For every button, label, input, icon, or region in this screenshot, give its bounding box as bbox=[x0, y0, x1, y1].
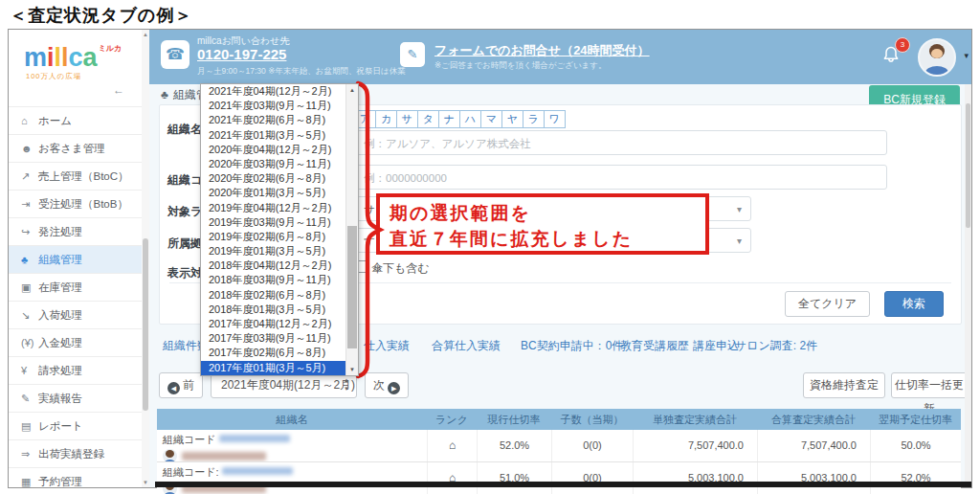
col-rank: ランク bbox=[427, 409, 477, 430]
spinner-icon: ▲▼ bbox=[344, 376, 349, 393]
scrollbar-thumb[interactable] bbox=[966, 103, 970, 228]
combined-total-cell: 7,507,400.0 bbox=[757, 430, 870, 461]
kana-button-wa[interactable]: ワ bbox=[545, 110, 566, 128]
kana-button-ta[interactable]: タ bbox=[418, 110, 439, 128]
tab-salon-survey[interactable]: サロン調査: 2件 bbox=[735, 338, 817, 354]
dropdown-scrollbar[interactable]: ▲ ▼ bbox=[345, 84, 358, 375]
tab-combined-purchase-results[interactable]: 合算仕入実績 bbox=[432, 338, 501, 354]
col-combined-total: 合算査定実績合計 bbox=[757, 409, 870, 430]
sidebar-item-label: レポート bbox=[38, 420, 83, 432]
sidebar-item-purchase-orders[interactable]: ↪発注処理 bbox=[9, 217, 149, 245]
scroll-down-icon[interactable]: ▼ bbox=[346, 364, 358, 375]
dropdown-option[interactable]: 2019年度04期(12月～2月) bbox=[201, 201, 346, 215]
sidebar-item-deposits[interactable]: (¥)入金処理 bbox=[9, 328, 149, 356]
user-avatar[interactable] bbox=[918, 38, 956, 77]
dropdown-option[interactable]: 2020年度03期(9月～11月) bbox=[201, 157, 346, 171]
phone-icon: ☎ bbox=[161, 40, 189, 69]
sidebar-scrollbar[interactable]: ▲ ▼ bbox=[142, 30, 149, 487]
dropdown-option[interactable]: 2018年度01期(3月～5月) bbox=[201, 303, 346, 317]
main-area: ☎ millcaお問い合わせ先 0120-197-225 月～土9:00～17:… bbox=[149, 30, 971, 487]
sidebar-item-reservations[interactable]: ▦予約管理 bbox=[9, 467, 149, 494]
dropdown-option[interactable]: 2017年度02期(6月～8月) bbox=[201, 346, 346, 360]
kana-button-ra[interactable]: ラ bbox=[523, 110, 545, 128]
dropdown-option[interactable]: 2019年度02期(6月～8月) bbox=[201, 230, 346, 244]
sitemap-icon: ♣ bbox=[21, 246, 38, 273]
box-icon: ▣ bbox=[21, 274, 38, 301]
dropdown-option[interactable]: 2020年度04期(12月～2月) bbox=[201, 143, 346, 157]
rank-home-icon: ⌂ bbox=[427, 462, 477, 494]
sidebar-collapse-arrow-icon[interactable]: ← bbox=[113, 83, 124, 97]
col-org-name: 組織名 bbox=[157, 409, 427, 430]
table-header-row: 組織名 ランク 現行仕切率 子数（当期） 単独査定実績合計 合算査定実績合計 翌… bbox=[157, 409, 961, 430]
pencil-square-icon: ✎ bbox=[21, 385, 38, 412]
notification-badge: 3 bbox=[895, 37, 910, 53]
dropdown-option[interactable]: 2018年度02期(6月～8月) bbox=[201, 288, 346, 303]
sidebar-item-reports[interactable]: ▤レポート bbox=[9, 412, 149, 439]
redacted-org-code bbox=[219, 435, 290, 442]
scrollbar-thumb[interactable] bbox=[143, 238, 148, 411]
dropdown-option[interactable]: 2021年度04期(12月～2月) bbox=[201, 84, 346, 99]
dropdown-option[interactable]: 2021年度01期(3月～5月) bbox=[201, 128, 346, 143]
sidebar-item-sales[interactable]: ↗売上管理（BtoC） bbox=[9, 162, 149, 190]
prev-period-button[interactable]: ◀ 前 bbox=[159, 372, 203, 398]
scroll-up-icon[interactable]: ▲ bbox=[142, 32, 149, 37]
dropdown-option[interactable]: 2017年度03期(9月～11月) bbox=[201, 331, 346, 346]
sidebar-item-organization[interactable]: ♣組織管理 bbox=[9, 245, 149, 273]
scroll-up-icon[interactable]: ▲ bbox=[346, 84, 358, 96]
dropdown-option[interactable]: 2018年度03期(9月～11月) bbox=[201, 273, 346, 287]
org-name-input[interactable]: 例：アルソア、アルソア株式会社 bbox=[354, 130, 887, 155]
dropdown-option[interactable]: 2020年度01期(3月～5月) bbox=[201, 186, 346, 200]
period-select[interactable]: 2021年度04期(12月～2月)▲▼ bbox=[211, 372, 357, 398]
annotation-callout: 期の選択範囲を 直近７年間に拡充しました bbox=[376, 193, 709, 255]
kana-button-ma[interactable]: マ bbox=[481, 110, 502, 128]
tab-course-application[interactable]: 講座申込 bbox=[693, 338, 739, 354]
kana-button-ya[interactable]: ヤ bbox=[502, 110, 523, 128]
sidebar-item-label: 組織管理 bbox=[38, 254, 82, 265]
sidebar-item-home[interactable]: ⌂ホーム bbox=[9, 106, 149, 134]
dropdown-option-selected[interactable]: 2017年度01期(3月～5月) bbox=[201, 361, 346, 375]
sidebar-item-inventory[interactable]: ▣在庫管理 bbox=[9, 273, 149, 301]
children-cell: 0(0) bbox=[551, 430, 633, 461]
clear-all-button[interactable]: 全てクリア bbox=[785, 291, 870, 317]
dropdown-option[interactable]: 2020年度02期(6月～8月) bbox=[201, 171, 346, 186]
table-row[interactable]: 組織コード ⌂ 52.0% 0(0) 7,507,400.0 7,507,400… bbox=[157, 430, 961, 462]
sidebar-item-billing[interactable]: ¥請求処理 bbox=[9, 356, 149, 384]
kana-button-na[interactable]: ナ bbox=[439, 110, 460, 128]
dropdown-option[interactable]: 2021年度03期(9月～11月) bbox=[201, 99, 346, 113]
tab-training-history[interactable]: 教育受講履歴 bbox=[620, 338, 689, 354]
main-scrollbar[interactable] bbox=[965, 84, 971, 482]
contact-form-link[interactable]: フォームでのお問合せ（24時間受付） bbox=[434, 42, 650, 59]
qualification-assessment-button[interactable]: 資格維持査定 bbox=[803, 372, 885, 398]
sidebar-item-label: 受注処理（BtoB） bbox=[38, 198, 128, 210]
sidebar-item-results-report[interactable]: ✎実績報告 bbox=[9, 384, 149, 412]
sidebar-item-orders-received[interactable]: ⇥受注処理（BtoB） bbox=[9, 190, 149, 217]
user-menu-caret-icon[interactable]: ▾ bbox=[964, 51, 969, 60]
scroll-down-icon[interactable]: ▼ bbox=[142, 480, 149, 485]
sidebar-item-label: 入荷処理 bbox=[38, 309, 82, 321]
sidebar-item-label: お客さま管理 bbox=[38, 143, 105, 154]
table-row[interactable]: 組織コード: ⌂ 51.0% 0(0) 5,003,100.0 5,003,10… bbox=[157, 462, 961, 494]
dropdown-option[interactable]: 2019年度01期(3月～5月) bbox=[201, 244, 346, 258]
col-single-total: 単独査定実績合計 bbox=[633, 409, 757, 430]
sidebar-item-arrivals[interactable]: ↘入荷処理 bbox=[9, 301, 149, 328]
dropdown-option[interactable]: 2017年度04期(12月～2月) bbox=[201, 317, 346, 331]
rate-bulk-update-button[interactable]: 仕切率一括更新 bbox=[891, 372, 968, 398]
dropdown-option[interactable]: 2018年度04期(12月～2月) bbox=[201, 258, 346, 273]
kana-button-ha[interactable]: ハ bbox=[460, 110, 481, 128]
kana-filter-row: ア カ サ タ ナ ハ マ ヤ ラ ワ bbox=[354, 110, 566, 128]
tab-bc-contract-pending[interactable]: BC契約申請中：0件 bbox=[521, 338, 623, 354]
dropdown-option[interactable]: 2019年度03期(9月～11月) bbox=[201, 215, 346, 230]
logo-letter: c bbox=[69, 43, 83, 72]
sidebar-item-shipping-results[interactable]: ⇒出荷実績登録 bbox=[9, 439, 149, 467]
logo-kana: ミルカ bbox=[99, 44, 122, 53]
phone-number-link[interactable]: 0120-197-225 bbox=[197, 46, 286, 62]
search-button[interactable]: 検索 bbox=[884, 291, 944, 317]
org-code-input[interactable]: 例：0000000000 bbox=[354, 165, 887, 190]
sidebar-item-label: 在庫管理 bbox=[38, 281, 82, 293]
scrollbar-thumb[interactable] bbox=[347, 226, 357, 348]
sidebar-item-customers[interactable]: ☻お客さま管理 bbox=[9, 134, 149, 162]
kana-button-sa[interactable]: サ bbox=[397, 110, 418, 128]
dropdown-option[interactable]: 2021年度02期(6月～8月) bbox=[201, 113, 346, 127]
yen-icon: ¥ bbox=[21, 357, 38, 384]
current-rate-cell: 52.0% bbox=[477, 430, 551, 461]
